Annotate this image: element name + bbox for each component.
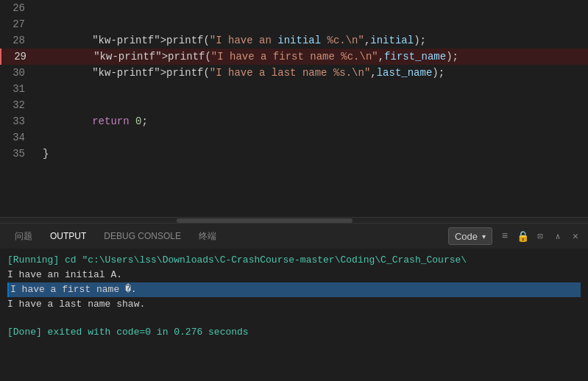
- list-icon[interactable]: ≡: [498, 229, 511, 243]
- line-number: 33: [0, 113, 37, 129]
- code-editor: 262728 "kw-printf">printf("I have an ini…: [0, 0, 588, 217]
- code-line: 27: [0, 16, 588, 32]
- line-number: 34: [0, 129, 37, 146]
- code-line: 35}: [0, 146, 588, 162]
- code-dropdown[interactable]: Code ▾: [448, 227, 492, 245]
- output-line: I have an initial A.: [7, 268, 581, 282]
- line-number: 30: [0, 65, 37, 81]
- panel-tab-debug-console[interactable]: DEBUG CONSOLE: [95, 224, 190, 249]
- copy-icon[interactable]: ⊡: [534, 229, 547, 243]
- code-line: 29 "kw-printf">printf("I have a first na…: [0, 49, 588, 65]
- line-number: 32: [0, 97, 37, 113]
- panel-tab-output[interactable]: OUTPUT: [41, 224, 95, 249]
- code-line: 34: [0, 129, 588, 146]
- line-number: 27: [0, 16, 37, 32]
- panel-tabs: 问题OUTPUTDEBUG CONSOLE终端 Code ▾ ≡ 🔒 ⊡ ∧ ✕: [0, 223, 588, 249]
- lock-icon[interactable]: 🔒: [516, 229, 529, 243]
- line-content: "kw-printf">printf("I have an initial %c…: [37, 32, 588, 49]
- code-lines: 262728 "kw-printf">printf("I have an ini…: [0, 0, 588, 162]
- collapse-icon[interactable]: ∧: [551, 229, 564, 243]
- line-number: 31: [0, 81, 37, 97]
- code-line: 26: [0, 0, 588, 16]
- output-line: I have a last name shaw.: [7, 297, 581, 312]
- line-number: 28: [0, 32, 37, 49]
- output-line: [Done] exited with code=0 in 0.276 secon…: [7, 325, 581, 340]
- code-line: 28 "kw-printf">printf("I have an initial…: [0, 32, 588, 49]
- line-number: 26: [0, 0, 37, 16]
- panel-tab-问题[interactable]: 问题: [6, 224, 41, 249]
- code-line: 32: [0, 97, 588, 113]
- output-line: [Running] cd "c:\Users\lss\Downloads\C-C…: [7, 253, 581, 268]
- line-number: 29: [1, 49, 38, 65]
- scrollbar-area[interactable]: [0, 217, 588, 223]
- code-line: 31: [0, 81, 588, 97]
- output-panel: [Running] cd "c:\Users\lss\Downloads\C-C…: [0, 249, 588, 381]
- line-number: 35: [0, 146, 37, 162]
- chevron-down-icon: ▾: [482, 232, 486, 241]
- line-content: "kw-printf">printf("I have a first name …: [38, 49, 588, 65]
- line-content: return 0;: [37, 113, 588, 129]
- output-line: [7, 312, 581, 325]
- dropdown-label: Code: [455, 231, 478, 242]
- code-line: 33 return 0;: [0, 113, 588, 129]
- close-icon[interactable]: ✕: [569, 229, 582, 243]
- tab-icons: ≡ 🔒 ⊡ ∧ ✕: [498, 229, 582, 243]
- panel-tab-终端[interactable]: 终端: [190, 224, 225, 249]
- code-line: 30 "kw-printf">printf("I have a last nam…: [0, 65, 588, 81]
- scrollbar-thumb[interactable]: [177, 218, 353, 223]
- output-line: I have a first name �.: [7, 282, 581, 297]
- line-content: }: [37, 146, 588, 162]
- line-content: "kw-printf">printf("I have a last name %…: [37, 65, 588, 81]
